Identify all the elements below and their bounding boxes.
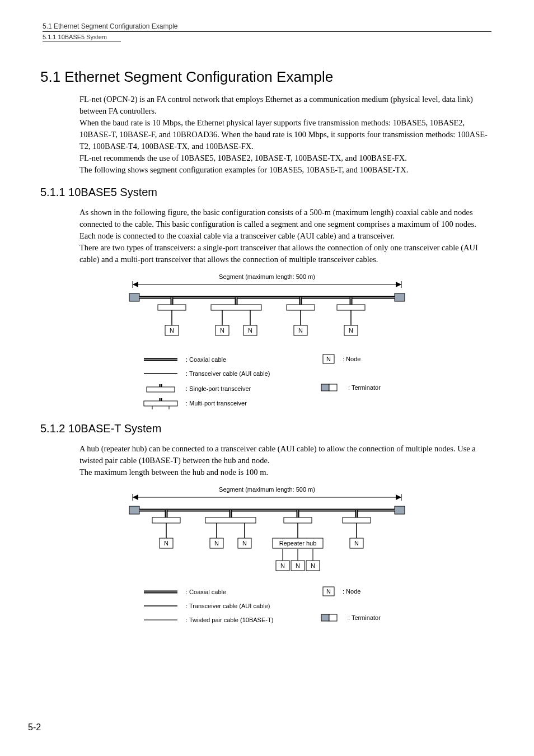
svg-text:N: N — [296, 562, 300, 569]
svg-rect-54 — [321, 384, 329, 391]
svg-marker-1 — [133, 282, 138, 287]
svg-text:N: N — [280, 562, 285, 569]
figure-10base5: Segment (maximum length: 500 m) N — [43, 272, 491, 412]
svg-text:: Single-port transceiver: : Single-port transceiver — [186, 385, 251, 392]
subsection-1-heading: 5.1.1 10BASE5 System — [40, 186, 491, 199]
svg-text:: Node: : Node — [343, 356, 360, 362]
svg-rect-55 — [329, 384, 337, 391]
svg-marker-2 — [396, 282, 401, 287]
rule-sub — [43, 41, 121, 41]
svg-text:N: N — [170, 327, 174, 334]
svg-text:Repeater hub: Repeater hub — [279, 540, 317, 547]
svg-text:N: N — [164, 540, 168, 547]
svg-rect-63 — [129, 506, 139, 514]
svg-rect-5 — [129, 293, 139, 301]
svg-text:N: N — [326, 356, 331, 362]
svg-rect-75 — [205, 517, 256, 523]
svg-text:: Multi-port transceiver: : Multi-port transceiver — [186, 400, 247, 407]
svg-text:: Node: : Node — [343, 588, 360, 595]
svg-text:N: N — [354, 540, 359, 547]
svg-text:N: N — [220, 327, 224, 334]
svg-text:N: N — [349, 327, 353, 334]
svg-rect-11 — [158, 305, 186, 310]
svg-text:: Transceiver cable (AUI cable: : Transceiver cable (AUI cable) — [186, 370, 270, 377]
svg-rect-6 — [395, 293, 405, 301]
rule — [43, 31, 491, 32]
svg-text:N: N — [248, 327, 252, 334]
svg-rect-99 — [343, 517, 371, 523]
subsection-1-para: As shown in the following figure, the ba… — [79, 207, 491, 265]
svg-text:N: N — [298, 327, 303, 334]
svg-rect-114 — [329, 614, 337, 621]
svg-text:: Coaxial cable: : Coaxial cable — [186, 356, 226, 363]
svg-marker-59 — [133, 494, 138, 500]
svg-rect-113 — [321, 614, 329, 621]
svg-rect-26 — [287, 305, 315, 310]
subsection-2-para: A hub (repeater hub) can be connected to… — [79, 443, 491, 478]
svg-rect-84 — [284, 517, 312, 523]
running-sub: 5.1.1 10BASE5 System — [43, 34, 491, 40]
svg-marker-60 — [396, 494, 401, 500]
page-number: 5-2 — [28, 722, 41, 732]
svg-text:: Transceiver cable (AUI cable: : Transceiver cable (AUI cable) — [186, 603, 270, 609]
section-para: FL-net (OPCN-2) is an FA control network… — [79, 94, 491, 176]
svg-rect-32 — [337, 305, 365, 310]
svg-rect-43 — [147, 387, 175, 392]
svg-rect-17 — [211, 305, 261, 310]
svg-text:: Terminator: : Terminator — [348, 614, 381, 621]
subsection-2-heading: 5.1.2 10BASE-T System — [40, 422, 491, 435]
svg-text:: Twisted pair cable (10BASE-T: : Twisted pair cable (10BASE-T) — [186, 617, 273, 623]
svg-text:: Coaxial cable: : Coaxial cable — [186, 589, 226, 595]
svg-rect-47 — [144, 401, 177, 406]
svg-rect-64 — [395, 506, 405, 514]
segment-label: Segment (maximum length: 500 m) — [219, 273, 315, 280]
svg-rect-69 — [152, 517, 180, 523]
section-heading: 5.1 Ethernet Segment Configuration Examp… — [40, 68, 491, 86]
svg-text:Segment (maximum length: 500 m: Segment (maximum length: 500 m) — [219, 486, 315, 493]
figure-10base-t: Segment (maximum length: 500 m) N — [43, 485, 491, 631]
svg-text:N: N — [326, 588, 331, 595]
svg-text:N: N — [242, 540, 247, 547]
svg-text:: Terminator: : Terminator — [348, 384, 381, 391]
svg-text:N: N — [311, 562, 315, 569]
svg-text:N: N — [214, 540, 219, 547]
running-head: 5.1 Ethernet Segment Configuration Examp… — [43, 22, 491, 30]
